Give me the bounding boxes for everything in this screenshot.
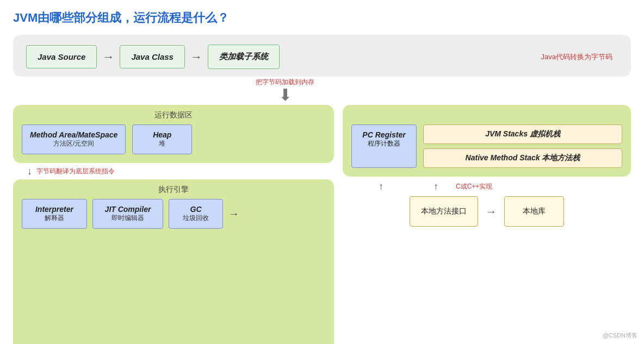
jit-compiler-box: JIT Compiler 即时编辑器 xyxy=(92,199,163,229)
method-area-sub: 方法区/元空间 xyxy=(30,139,117,148)
interpreter-box: Interpreter 解释器 xyxy=(22,199,87,229)
bottom-left-section: 执行引擎 Interpreter 解释器 JIT Compiler 即时编辑器 … xyxy=(13,179,334,344)
interpreter-title: Interpreter xyxy=(30,205,79,214)
arrow-native: → xyxy=(486,205,497,218)
native-method-stack-box: Native Method Stack 本地方法栈 xyxy=(423,148,622,168)
up-arrows-row: ↑ ↑ C或C++实现 xyxy=(343,177,631,196)
transition-area: 把字节码加载到内存 ⬇ xyxy=(13,77,631,105)
up-arrow-1: ↑ xyxy=(379,181,383,192)
down-arrow-left: ↓ xyxy=(27,166,32,177)
method-area-box: Method Area/MateSpace 方法区/元空间 xyxy=(22,124,126,154)
middle-content: Method Area/MateSpace 方法区/元空间 Heap 堆 xyxy=(22,124,325,154)
gc-title: GC xyxy=(177,205,215,214)
bytecode-annotation: 字节码翻译为底层系统指令 xyxy=(36,167,115,176)
gc-box: GC 垃圾回收 xyxy=(169,199,223,229)
native-library-box: 本地库 xyxy=(504,196,564,227)
watermark: @CSDN博客 xyxy=(603,332,637,340)
right-arrow-execution: → xyxy=(228,208,239,220)
jit-sub: 即时编辑器 xyxy=(101,214,155,223)
lower-sections: 运行数据区 Method Area/MateSpace 方法区/元空间 Heap… xyxy=(13,105,631,344)
pc-sub: 程序计数器 xyxy=(360,139,408,148)
execution-content: Interpreter 解释器 JIT Compiler 即时编辑器 GC 垃圾… xyxy=(22,199,325,229)
middle-to-bottom-arrow: ↓ 字节码翻译为底层系统指令 xyxy=(13,163,334,179)
down-arrow-container: 把字节码加载到内存 ⬇ xyxy=(13,77,329,103)
pc-register-box: PC Register 程序计数器 xyxy=(351,124,417,168)
right-stack: JVM Stacks 虚拟机栈 Native Method Stack 本地方法… xyxy=(423,124,622,168)
interpreter-sub: 解释器 xyxy=(30,214,79,223)
page-title: JVM由哪些部分组成，运行流程是什么？ xyxy=(13,10,631,26)
execution-engine-label: 执行引擎 xyxy=(22,185,325,195)
heap-sub: 堆 xyxy=(140,139,184,148)
pc-title: PC Register xyxy=(360,130,408,139)
up-arrow-2: ↑ xyxy=(434,181,438,192)
java-class-box: Java Class xyxy=(120,45,185,68)
native-boxes: 本地方法接口 → 本地库 xyxy=(343,196,631,227)
method-area-title: Method Area/MateSpace xyxy=(30,130,117,139)
class-loader-box: 类加载子系统 xyxy=(208,45,280,69)
jit-title: JIT Compiler xyxy=(101,205,155,214)
c-cpp-annotation: C或C++实现 xyxy=(456,182,492,191)
jvm-stacks-box: JVM Stacks 虚拟机栈 xyxy=(423,124,622,144)
arrow-2: → xyxy=(190,50,202,64)
top-section: Java Source → Java Class → 类加载子系统 Java代码… xyxy=(13,35,631,77)
native-interface-box: 本地方法接口 xyxy=(410,196,478,227)
middle-section: 运行数据区 Method Area/MateSpace 方法区/元空间 Heap… xyxy=(13,105,334,163)
heap-title: Heap xyxy=(140,130,184,139)
runtime-data-label: 运行数据区 xyxy=(22,110,325,120)
arrow-1: → xyxy=(102,50,114,64)
gc-sub: 垃圾回收 xyxy=(177,214,215,223)
flow-row: Java Source → Java Class → 类加载子系统 Java代码… xyxy=(26,45,618,69)
java-source-box: Java Source xyxy=(26,45,97,68)
top-annotation: Java代码转换为字节码 xyxy=(541,52,618,62)
right-middle-section: PC Register 程序计数器 JVM Stacks 虚拟机栈 Native… xyxy=(343,105,631,177)
heap-box: Heap 堆 xyxy=(132,124,192,154)
jvm-diagram: JVM由哪些部分组成，运行流程是什么？ Java Source → Java C… xyxy=(13,10,631,344)
down-arrow-icon: ⬇ xyxy=(278,87,292,103)
left-column: 运行数据区 Method Area/MateSpace 方法区/元空间 Heap… xyxy=(13,105,334,344)
right-column: PC Register 程序计数器 JVM Stacks 虚拟机栈 Native… xyxy=(343,105,631,227)
